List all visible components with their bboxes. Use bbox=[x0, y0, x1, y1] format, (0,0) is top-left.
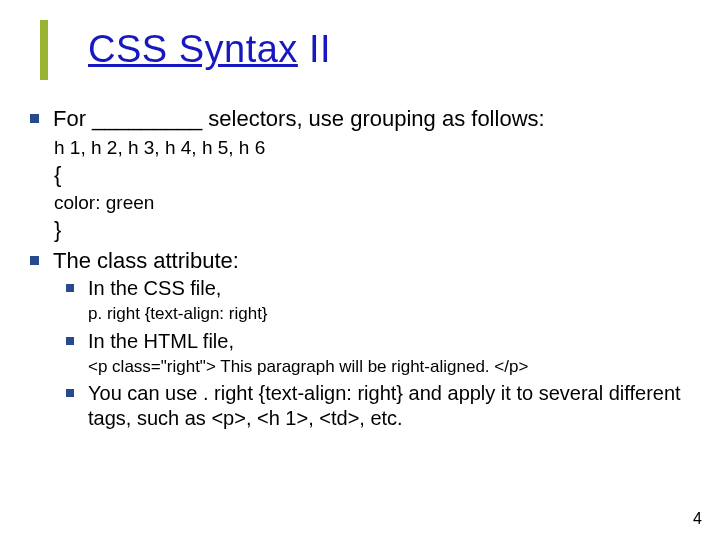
title-accent-bar bbox=[40, 20, 48, 80]
sub-bullet-2-code: <p class="right"> This paragraph will be… bbox=[88, 356, 700, 377]
code-line: h 1, h 2, h 3, h 4, h 5, h 6 bbox=[54, 135, 700, 162]
square-bullet-icon bbox=[30, 256, 39, 265]
slide-title: CSS Syntax II bbox=[88, 29, 331, 71]
square-bullet-icon bbox=[30, 114, 39, 123]
sub-bullet-2: In the HTML file, bbox=[66, 329, 700, 354]
code-line: } bbox=[54, 216, 700, 245]
square-bullet-icon bbox=[66, 337, 74, 345]
bullet-1-text: For _________ selectors, use grouping as… bbox=[53, 105, 545, 133]
title-block: CSS Syntax II bbox=[40, 20, 331, 80]
title-underlined: CSS Syntax bbox=[88, 28, 298, 70]
title-plain: II bbox=[298, 28, 331, 70]
slide-content: For _________ selectors, use grouping as… bbox=[30, 105, 700, 433]
sub-bullet-3: You can use . right {text-align: right} … bbox=[66, 381, 700, 431]
sub-bullet-1-text: In the CSS file, bbox=[88, 276, 221, 301]
sub-bullet-1: In the CSS file, bbox=[66, 276, 700, 301]
bullet-1: For _________ selectors, use grouping as… bbox=[30, 105, 700, 133]
sub-bullets: In the CSS file, p. right {text-align: r… bbox=[66, 276, 700, 431]
page-number: 4 bbox=[693, 510, 702, 528]
bullet-2-text: The class attribute: bbox=[53, 247, 239, 275]
sub-bullet-3-text: You can use . right {text-align: right} … bbox=[88, 381, 700, 431]
square-bullet-icon bbox=[66, 389, 74, 397]
square-bullet-icon bbox=[66, 284, 74, 292]
sub-bullet-2-text: In the HTML file, bbox=[88, 329, 234, 354]
code-line: color: green bbox=[54, 190, 700, 217]
code-line: { bbox=[54, 161, 700, 190]
code-block-1: h 1, h 2, h 3, h 4, h 5, h 6 { color: gr… bbox=[54, 135, 700, 245]
sub-bullet-1-code: p. right {text-align: right} bbox=[88, 303, 700, 324]
bullet-2: The class attribute: bbox=[30, 247, 700, 275]
slide: CSS Syntax II For _________ selectors, u… bbox=[0, 0, 720, 540]
